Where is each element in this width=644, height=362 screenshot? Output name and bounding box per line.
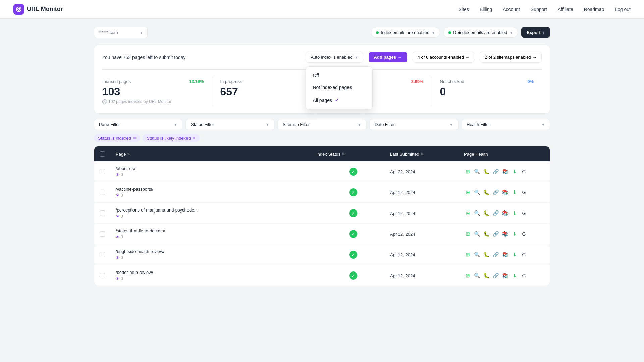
link-health-icon[interactable]: 🔗 bbox=[492, 209, 499, 217]
sitemap-health-icon[interactable]: ⊞ bbox=[464, 209, 471, 217]
row-date: Apr 12, 2024 bbox=[390, 211, 415, 216]
search-health-icon[interactable]: 🔍 bbox=[473, 251, 481, 258]
row-checkbox[interactable] bbox=[100, 231, 105, 237]
google-health-icon[interactable]: G bbox=[520, 230, 528, 238]
remove-filter-likely[interactable]: × bbox=[193, 135, 196, 141]
index-emails-toggle[interactable]: Index emails are enabled ▼ bbox=[371, 27, 440, 38]
stack-health-icon[interactable]: 📚 bbox=[501, 272, 509, 279]
sitemap-health-icon[interactable]: ⊞ bbox=[464, 251, 471, 258]
row-page-cell: /vaccine-passports/ 👁 0 bbox=[116, 187, 316, 198]
sitemap-health-icon[interactable]: ⊞ bbox=[464, 189, 471, 196]
row-checkbox[interactable] bbox=[100, 169, 105, 174]
search-health-icon[interactable]: 🔍 bbox=[473, 189, 481, 196]
bug-health-icon[interactable]: 🐛 bbox=[483, 251, 490, 258]
eye-icon: 👁 bbox=[116, 256, 119, 260]
deindex-emails-toggle[interactable]: Deindex emails are enabled ▼ bbox=[443, 27, 518, 38]
nav-billing[interactable]: Billing bbox=[480, 7, 492, 12]
stack-health-icon[interactable]: 📚 bbox=[501, 251, 509, 258]
sitemaps-button[interactable]: 2 of 2 sitemaps enabled → bbox=[480, 52, 542, 63]
not-checked-value: 0 bbox=[440, 85, 534, 98]
date-filter-select[interactable]: Date Filter ▼ bbox=[370, 119, 458, 130]
dropdown-item-off[interactable]: Off bbox=[306, 69, 372, 81]
health-filter-select[interactable]: Health Filter ▼ bbox=[462, 119, 550, 130]
bug-health-icon[interactable]: 🐛 bbox=[483, 168, 490, 175]
link-health-icon[interactable]: 🔗 bbox=[492, 189, 499, 196]
status-filter-chevron-icon: ▼ bbox=[266, 123, 269, 127]
add-pages-button[interactable]: Add pages → bbox=[369, 52, 407, 62]
page-filter-select[interactable]: Page Filter ▼ bbox=[94, 119, 182, 130]
nav-support[interactable]: Support bbox=[531, 7, 547, 12]
stack-health-icon[interactable]: 📚 bbox=[501, 168, 509, 175]
sitemap-health-icon[interactable]: ⊞ bbox=[464, 272, 471, 279]
stack-health-icon[interactable]: 📚 bbox=[501, 209, 509, 217]
nav-account[interactable]: Account bbox=[503, 7, 520, 12]
row-checkbox[interactable] bbox=[100, 210, 105, 216]
search-health-icon[interactable]: 🔍 bbox=[473, 168, 481, 175]
row-page-path: /states-that-lie-to-doctors/ bbox=[116, 228, 316, 233]
auto-index-button[interactable]: Auto index is enabled ▼ bbox=[306, 52, 363, 63]
dropdown-item-all-pages[interactable]: All pages ✓ bbox=[306, 94, 372, 107]
google-health-icon[interactable]: G bbox=[520, 168, 528, 175]
table-container: Page ⇅ Index Status ⇅ Last Submitted ⇅ P… bbox=[94, 146, 550, 286]
download-health-icon[interactable]: ⬇ bbox=[511, 209, 518, 217]
domain-chevron-icon: ▼ bbox=[140, 31, 143, 35]
index-emails-label: Index emails are enabled bbox=[381, 30, 429, 35]
table-row: /brightside-health-review/ 👁 0 ✓ Apr 12,… bbox=[94, 244, 550, 265]
index-status-sort-icon[interactable]: ⇅ bbox=[342, 152, 345, 156]
dropdown-item-not-indexed[interactable]: Not indexed pages bbox=[306, 81, 372, 94]
row-checkbox-cell bbox=[100, 273, 116, 278]
row-checkbox-cell bbox=[100, 210, 116, 216]
row-views: 0 bbox=[121, 276, 123, 281]
col-last-submitted: Last Submitted ⇅ bbox=[390, 152, 464, 157]
download-health-icon[interactable]: ⬇ bbox=[511, 189, 518, 196]
search-health-icon[interactable]: 🔍 bbox=[473, 209, 481, 217]
bug-health-icon[interactable]: 🐛 bbox=[483, 230, 490, 238]
google-health-icon[interactable]: G bbox=[520, 209, 528, 217]
add-pages-label: Add pages → bbox=[374, 55, 402, 60]
bug-health-icon[interactable]: 🐛 bbox=[483, 189, 490, 196]
link-health-icon[interactable]: 🔗 bbox=[492, 168, 499, 175]
row-checkbox[interactable] bbox=[100, 252, 105, 257]
bug-health-icon[interactable]: 🐛 bbox=[483, 272, 490, 279]
nav-logout[interactable]: Log out bbox=[615, 7, 631, 12]
download-health-icon[interactable]: ⬇ bbox=[511, 230, 518, 238]
download-health-icon[interactable]: ⬇ bbox=[511, 272, 518, 279]
row-page-sub: 👁 0 bbox=[116, 193, 316, 198]
search-health-icon[interactable]: 🔍 bbox=[473, 230, 481, 238]
page-sort-icon[interactable]: ⇅ bbox=[127, 152, 130, 156]
row-checkbox[interactable] bbox=[100, 273, 105, 278]
nav-affiliate[interactable]: Affiliate bbox=[558, 7, 573, 12]
google-health-icon[interactable]: G bbox=[520, 272, 528, 279]
status-filter-select[interactable]: Status Filter ▼ bbox=[186, 119, 274, 130]
not-indexed-pct: 2.69% bbox=[411, 79, 424, 84]
bug-health-icon[interactable]: 🐛 bbox=[483, 209, 490, 217]
link-health-icon[interactable]: 🔗 bbox=[492, 251, 499, 258]
google-health-icon[interactable]: G bbox=[520, 189, 528, 196]
sitemap-filter-select[interactable]: Sitemap Filter ▼ bbox=[278, 119, 366, 130]
export-button[interactable]: Export ↑ bbox=[521, 27, 550, 38]
download-health-icon[interactable]: ⬇ bbox=[511, 251, 518, 258]
nav-roadmap[interactable]: Roadmap bbox=[584, 7, 604, 12]
row-status-cell: ✓ bbox=[316, 168, 390, 176]
last-submitted-sort-icon[interactable]: ⇅ bbox=[421, 152, 424, 156]
link-health-icon[interactable]: 🔗 bbox=[492, 230, 499, 238]
indexed-check-icon: ✓ bbox=[349, 209, 357, 217]
nav-sites[interactable]: Sites bbox=[459, 7, 469, 12]
select-all-checkbox[interactable] bbox=[100, 151, 105, 157]
search-health-icon[interactable]: 🔍 bbox=[473, 272, 481, 279]
domain-selector[interactable]: ******.com ▼ bbox=[94, 27, 148, 38]
stack-health-icon[interactable]: 📚 bbox=[501, 230, 509, 238]
stack-health-icon[interactable]: 📚 bbox=[501, 189, 509, 196]
link-health-icon[interactable]: 🔗 bbox=[492, 272, 499, 279]
sitemap-health-icon[interactable]: ⊞ bbox=[464, 230, 471, 238]
row-health-cell: ⊞ 🔍 🐛 🔗 📚 ⬇ G bbox=[464, 251, 544, 258]
accounts-button[interactable]: 4 of 6 accounts enabled → bbox=[413, 52, 475, 63]
top-bar-right: Index emails are enabled ▼ Deindex email… bbox=[371, 27, 550, 38]
remove-filter-indexed[interactable]: × bbox=[133, 135, 136, 141]
google-health-icon[interactable]: G bbox=[520, 251, 528, 258]
download-health-icon[interactable]: ⬇ bbox=[511, 168, 518, 175]
row-checkbox[interactable] bbox=[100, 190, 105, 195]
sitemap-health-icon[interactable]: ⊞ bbox=[464, 168, 471, 175]
row-page-sub: 👁 0 bbox=[116, 235, 316, 239]
top-bar: ******.com ▼ Index emails are enabled ▼ … bbox=[94, 27, 550, 38]
